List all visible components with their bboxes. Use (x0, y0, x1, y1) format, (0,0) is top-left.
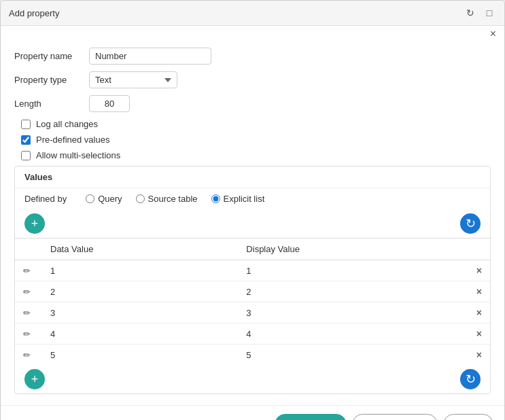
radio-query-label: Query (98, 194, 122, 204)
edit-icon-0[interactable]: ✏ (23, 266, 31, 276)
pre-defined-values-checkbox[interactable] (21, 135, 31, 145)
display-value-cell-2: 3 (238, 302, 468, 323)
property-name-input[interactable] (89, 48, 211, 65)
defined-by-label: Defined by (24, 194, 67, 204)
add-close-button[interactable]: Add & Close (275, 414, 347, 420)
log-all-changes-label[interactable]: Log all changes (36, 119, 98, 129)
cancel-button[interactable]: Cancel (443, 414, 493, 420)
dialog-title: Add property (9, 8, 59, 18)
delete-icon-1[interactable]: × (476, 286, 482, 297)
data-value-cell-2: 3 (42, 302, 238, 323)
table-body: ✏ 1 1 × ✏ 2 2 × ✏ 3 3 × ✏ 4 4 × ✏ 5 5 × (15, 260, 490, 366)
pre-defined-values-row: Pre-defined values (14, 135, 491, 145)
values-table: Data Value Display Value ✏ 1 1 × ✏ 2 2 ×… (15, 238, 490, 365)
col-header-action (15, 239, 42, 260)
table-row: ✏ 3 3 × (15, 302, 490, 323)
col-header-data-value: Data Value (42, 239, 238, 260)
edit-icon-2[interactable]: ✏ (23, 308, 31, 318)
property-type-select[interactable]: Text Number Date Boolean (89, 71, 177, 88)
values-section: Values Defined by Query Source table Exp… (14, 166, 491, 394)
delete-icon-3[interactable]: × (476, 328, 482, 339)
property-name-label: Property name (14, 51, 89, 61)
length-input[interactable] (89, 95, 130, 112)
property-type-label: Property type (14, 75, 89, 85)
pre-defined-values-label[interactable]: Pre-defined values (36, 135, 109, 145)
edit-icon-3[interactable]: ✏ (23, 329, 31, 339)
defined-by-row: Defined by Query Source table Explicit l… (15, 188, 490, 209)
allow-multi-selections-checkbox[interactable] (21, 151, 31, 160)
add-property-dialog: Add property ↻ □ × Property name Propert… (0, 0, 505, 420)
maximize-icon[interactable]: □ (483, 6, 496, 20)
close-dialog-button[interactable]: × (490, 29, 496, 39)
allow-multi-selections-label[interactable]: Allow multi-selections (36, 150, 120, 160)
table-row: ✏ 4 4 × (15, 323, 490, 345)
radio-query[interactable] (86, 194, 94, 203)
property-name-row: Property name (14, 48, 491, 65)
table-bottom-controls: + ↻ (15, 365, 490, 393)
edit-icon-1[interactable]: ✏ (23, 287, 31, 297)
table-row: ✏ 2 2 × (15, 281, 490, 302)
radio-explicit-list-label: Explicit list (224, 194, 265, 204)
col-header-delete (468, 239, 490, 260)
add-row-button-bottom[interactable]: + (24, 369, 45, 389)
dialog-body: Property name Property type Text Number … (1, 39, 504, 405)
data-value-cell-4: 5 (42, 345, 238, 366)
radio-source-table[interactable] (136, 194, 145, 203)
refresh-button-bottom[interactable]: ↻ (460, 369, 481, 389)
log-all-changes-row: Log all changes (14, 119, 491, 129)
add-row-button-top[interactable]: + (24, 213, 45, 234)
radio-explicit-list[interactable] (211, 194, 220, 203)
titlebar-icons: ↻ □ (464, 6, 496, 20)
radio-source-table-option[interactable]: Source table (136, 194, 198, 204)
table-top-controls: + ↻ (15, 209, 490, 238)
display-value-cell-1: 2 (238, 281, 468, 302)
display-value-cell-4: 5 (238, 345, 468, 366)
display-value-cell-3: 4 (238, 323, 468, 345)
data-value-cell-1: 2 (42, 281, 238, 302)
table-row: ✏ 1 1 × (15, 260, 490, 281)
refresh-icon[interactable]: ↻ (464, 6, 477, 20)
dialog-titlebar: Add property ↻ □ (1, 1, 504, 26)
refresh-button-top[interactable]: ↻ (460, 213, 481, 234)
data-value-cell-0: 1 (42, 260, 238, 281)
length-row: Length (14, 95, 491, 112)
log-all-changes-checkbox[interactable] (21, 120, 31, 129)
dialog-footer: Add & Close Add & Continue Cancel (1, 405, 504, 420)
close-button-row: × (1, 26, 504, 39)
data-value-cell-3: 4 (42, 323, 238, 345)
length-label: Length (14, 99, 89, 109)
display-value-cell-0: 1 (238, 260, 468, 281)
table-header-row: Data Value Display Value (15, 239, 490, 260)
values-header: Values (15, 167, 490, 188)
delete-icon-0[interactable]: × (476, 265, 482, 276)
delete-icon-2[interactable]: × (476, 307, 482, 318)
delete-icon-4[interactable]: × (476, 349, 482, 360)
radio-source-table-label: Source table (148, 194, 198, 204)
allow-multi-selections-row: Allow multi-selections (14, 150, 491, 160)
radio-explicit-list-option[interactable]: Explicit list (211, 194, 265, 204)
edit-icon-4[interactable]: ✏ (23, 350, 31, 360)
radio-query-option[interactable]: Query (86, 194, 122, 204)
add-continue-button[interactable]: Add & Continue (352, 414, 437, 420)
table-row: ✏ 5 5 × (15, 345, 490, 366)
property-type-row: Property type Text Number Date Boolean (14, 71, 491, 88)
col-header-display-value: Display Value (238, 239, 468, 260)
